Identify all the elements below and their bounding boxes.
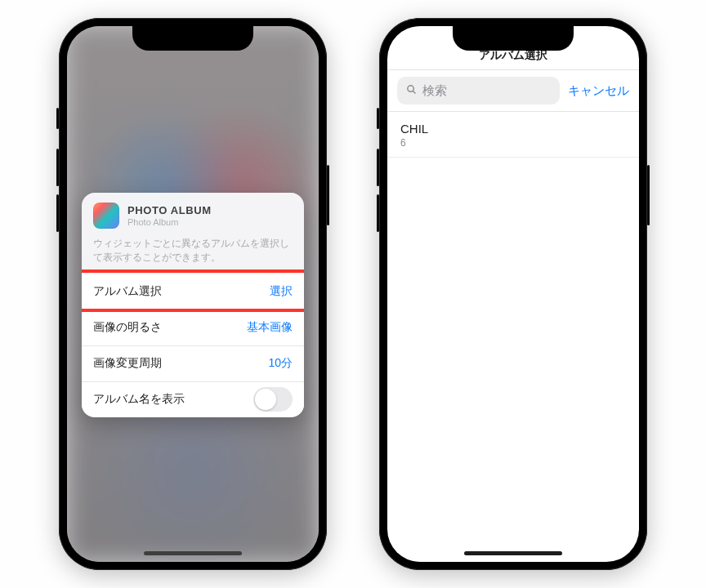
app-icon xyxy=(93,203,119,229)
search-placeholder: 検索 xyxy=(422,83,447,99)
row-change-interval[interactable]: 画像変更周期 10分 xyxy=(82,345,304,381)
volume-up xyxy=(377,149,379,186)
volume-up xyxy=(56,149,59,186)
power-button xyxy=(327,165,329,225)
list-item-subtitle: 6 xyxy=(400,137,626,149)
notch xyxy=(453,26,574,51)
search-input[interactable]: 検索 xyxy=(397,77,560,105)
phone-left: PHOTO ALBUM Photo Album ウィジェットごとに異なるアルバム… xyxy=(59,18,327,570)
mute-switch xyxy=(377,108,379,129)
toggle-knob xyxy=(255,389,276,410)
row-label: アルバム選択 xyxy=(93,284,162,299)
volume-down xyxy=(56,194,59,232)
cancel-button[interactable]: キャンセル xyxy=(568,83,629,99)
card-description: ウィジェットごとに異なるアルバムを選択して表示することができます。 xyxy=(82,234,304,274)
row-label: 画像変更周期 xyxy=(93,356,162,371)
row-label: 画像の明るさ xyxy=(93,320,162,335)
svg-line-1 xyxy=(413,91,416,93)
home-indicator[interactable] xyxy=(464,551,562,555)
row-album-select[interactable]: アルバム選択 選択 xyxy=(82,274,304,310)
settings-rows: アルバム選択 選択 画像の明るさ 基本画像 画像変更周期 10分 アルバム名を表… xyxy=(82,274,304,417)
svg-point-0 xyxy=(408,85,414,91)
row-value: 基本画像 xyxy=(247,320,293,335)
row-value: 選択 xyxy=(270,284,293,299)
widget-settings-card: PHOTO ALBUM Photo Album ウィジェットごとに異なるアルバム… xyxy=(82,193,304,417)
card-header: PHOTO ALBUM Photo Album xyxy=(82,193,304,234)
app-subtitle: Photo Album xyxy=(127,217,212,227)
app-title: PHOTO ALBUM xyxy=(127,204,212,216)
mute-switch xyxy=(56,108,59,129)
list-item[interactable]: CHIL 6 xyxy=(387,112,639,158)
toggle-off[interactable] xyxy=(253,387,293,412)
row-show-album-name[interactable]: アルバム名を表示 xyxy=(82,381,304,417)
row-label: アルバム名を表示 xyxy=(93,392,185,407)
power-button xyxy=(647,165,650,225)
row-value: 10分 xyxy=(268,356,293,371)
home-indicator[interactable] xyxy=(144,551,242,555)
phone-right: アルバム選択 検索 キャンセル CHIL 6 xyxy=(379,18,647,570)
screen: PHOTO ALBUM Photo Album ウィジェットごとに異なるアルバム… xyxy=(67,26,319,562)
notch xyxy=(132,26,253,51)
list-item-title: CHIL xyxy=(400,122,626,136)
search-row: 検索 キャンセル xyxy=(387,70,639,112)
row-brightness[interactable]: 画像の明るさ 基本画像 xyxy=(82,310,304,345)
search-icon xyxy=(405,83,418,99)
screen: アルバム選択 検索 キャンセル CHIL 6 xyxy=(387,26,639,562)
volume-down xyxy=(377,194,379,232)
